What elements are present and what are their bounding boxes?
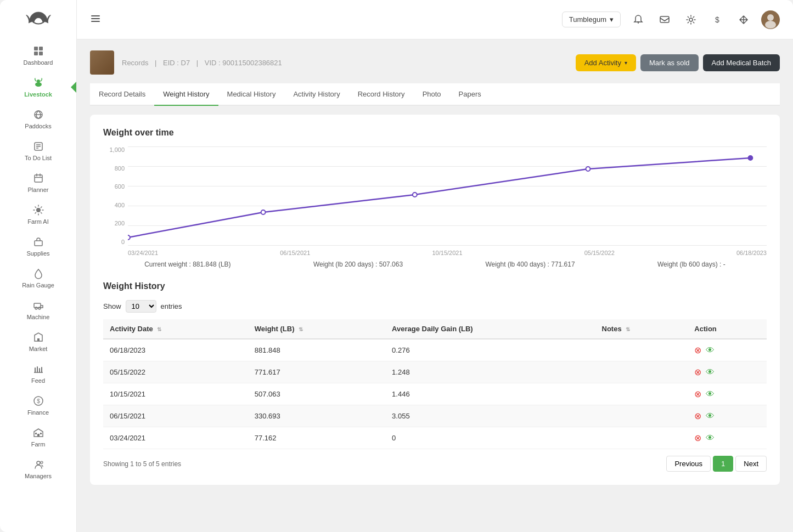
cell-adg: 1.446: [385, 383, 595, 405]
cell-notes: [595, 339, 688, 361]
view-icon[interactable]: 👁: [706, 411, 715, 421]
sidebar-item-label: Machine: [27, 314, 50, 320]
tab-weight-history[interactable]: Weight History: [154, 83, 218, 106]
cell-date: 06/18/2023: [103, 339, 248, 361]
next-button[interactable]: Next: [735, 456, 767, 472]
show-entries-control: Show 10 25 50 100 entries: [103, 300, 767, 313]
svg-point-38: [767, 14, 774, 21]
sidebar-item-paddocks[interactable]: Paddocks: [0, 103, 76, 135]
avatar[interactable]: [761, 10, 780, 29]
managers-icon: [32, 459, 44, 471]
cell-date: 06/15/2021: [103, 405, 248, 427]
breadcrumb-sep2: |: [196, 59, 198, 67]
org-selector[interactable]: Tumblegum ▾: [562, 12, 621, 27]
entries-select[interactable]: 10 25 50 100: [126, 300, 156, 313]
x-label-5: 06/18/2023: [736, 250, 767, 256]
delete-icon[interactable]: ⊗: [694, 411, 701, 421]
cell-notes: [595, 427, 688, 449]
move-icon[interactable]: [735, 11, 752, 29]
chevron-down-icon: ▾: [610, 15, 614, 24]
delete-icon[interactable]: ⊗: [694, 367, 701, 377]
sidebar-item-label: Rain Gauge: [22, 282, 54, 288]
chart-stat-600: Weight (lb 600 days) : -: [657, 261, 725, 268]
machine-icon: [32, 299, 44, 312]
tab-record-history[interactable]: Record History: [349, 83, 414, 106]
sidebar-item-finance[interactable]: $ Finance: [0, 389, 76, 421]
view-icon[interactable]: 👁: [706, 433, 715, 443]
table-row: 06/15/2021 330.693 3.055 ⊗ 👁: [103, 405, 767, 427]
add-activity-button[interactable]: Add Activity ▾: [576, 54, 636, 71]
sidebar-item-livestock[interactable]: Livestock: [0, 71, 76, 103]
chart-stat-200: Weight (lb 200 days) : 507.063: [313, 261, 403, 268]
sort-icon-weight: ⇅: [299, 326, 303, 332]
view-icon[interactable]: 👁: [706, 346, 715, 355]
tab-medical-history[interactable]: Medical History: [218, 83, 285, 106]
hamburger-menu[interactable]: [90, 13, 101, 26]
col-weight[interactable]: Weight (LB) ⇅: [248, 319, 385, 339]
page-1-button[interactable]: 1: [713, 456, 733, 472]
chart-x-axis: 03/24/2021 06/15/2021 10/15/2021 05/15/2…: [128, 250, 767, 256]
record-thumbnail: [90, 50, 114, 75]
tab-photo[interactable]: Photo: [414, 83, 450, 106]
weight-history-title: Weight History: [103, 281, 767, 291]
tabs-container: Record Details Weight History Medical Hi…: [90, 83, 780, 106]
weight-history-table: Activity Date ⇅ Weight (LB) ⇅ Average Da…: [103, 319, 767, 449]
table-row: 03/24/2021 77.162 0 ⊗ 👁: [103, 427, 767, 449]
tab-activity-history[interactable]: Activity History: [284, 83, 348, 106]
sidebar-item-dashboard[interactable]: Dashboard: [0, 39, 76, 71]
col-activity-date[interactable]: Activity Date ⇅: [103, 319, 248, 339]
svg-point-42: [413, 193, 417, 197]
org-name: Tumblegum: [569, 15, 606, 24]
col-notes[interactable]: Notes ⇅: [595, 319, 688, 339]
sidebar-item-label: To Do List: [25, 155, 52, 161]
main-content: Tumblegum ▾ $: [77, 0, 793, 532]
col-adg[interactable]: Average Daily Gain (LB): [385, 319, 595, 339]
svg-rect-26: [35, 433, 37, 434]
previous-button[interactable]: Previous: [666, 456, 711, 472]
market-icon: [32, 331, 44, 343]
sidebar-item-todo[interactable]: To Do List: [0, 135, 76, 167]
sidebar-item-machine[interactable]: Machine: [0, 294, 76, 326]
dollar-icon[interactable]: $: [708, 11, 726, 29]
svg-rect-27: [40, 433, 42, 434]
sidebar-item-feed[interactable]: Feed: [0, 358, 76, 389]
sidebar-item-supplies[interactable]: Supplies: [0, 230, 76, 262]
sidebar-item-farm-ai[interactable]: Farm AI: [0, 199, 76, 230]
todo-icon: [32, 140, 44, 152]
delete-icon[interactable]: ⊗: [694, 433, 701, 443]
notifications-icon[interactable]: [629, 11, 647, 29]
tab-papers[interactable]: Papers: [450, 83, 490, 106]
tab-record-details[interactable]: Record Details: [90, 83, 154, 106]
settings-icon[interactable]: [682, 11, 700, 29]
weight-chart: 1,000 800 600 400 200 0: [103, 146, 767, 256]
record-actions: Add Activity ▾ Mark as sold Add Medical …: [576, 54, 780, 71]
mark-as-sold-button[interactable]: Mark as sold: [640, 54, 699, 71]
sidebar-item-label: Farm: [31, 441, 46, 448]
sidebar-item-label: Finance: [27, 409, 49, 416]
cell-date: 03/24/2021: [103, 427, 248, 449]
view-icon[interactable]: 👁: [706, 389, 715, 399]
chart-title: Weight over time: [103, 128, 767, 138]
sidebar-item-managers[interactable]: Managers: [0, 453, 76, 485]
sidebar-item-planner[interactable]: Planner: [0, 167, 76, 199]
delete-icon[interactable]: ⊗: [694, 345, 701, 355]
messages-icon[interactable]: [656, 11, 673, 29]
showing-text: Showing 1 to 5 of 5 entries: [103, 460, 181, 468]
x-label-2: 06/15/2021: [280, 250, 310, 256]
add-activity-caret: ▾: [625, 60, 627, 66]
record-info: Records | EID : D7 | VID : 9001150023868…: [90, 50, 284, 75]
svg-point-29: [41, 461, 43, 463]
delete-icon[interactable]: ⊗: [694, 389, 701, 399]
sidebar-item-farm[interactable]: Farm: [0, 421, 76, 453]
sidebar-item-market[interactable]: Market: [0, 326, 76, 358]
record-breadcrumb: Records | EID : D7 | VID : 9001150023868…: [120, 59, 284, 67]
rain-gauge-icon: [32, 268, 44, 280]
sidebar-item-rain-gauge[interactable]: Rain Gauge: [0, 262, 76, 294]
view-icon[interactable]: 👁: [706, 367, 715, 377]
col-action: Action: [688, 319, 767, 339]
svg-rect-0: [34, 47, 38, 50]
add-medical-batch-button[interactable]: Add Medical Batch: [703, 54, 780, 71]
cell-action: ⊗ 👁: [688, 339, 767, 361]
feed-icon: [32, 363, 44, 375]
svg-rect-21: [37, 338, 40, 341]
